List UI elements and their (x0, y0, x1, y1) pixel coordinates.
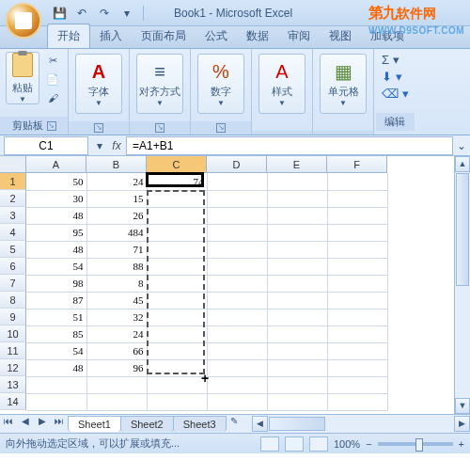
cell-B1[interactable]: 24 (86, 173, 147, 190)
cell-B7[interactable]: 8 (86, 275, 147, 292)
column-header-A[interactable]: A (26, 156, 86, 173)
sheet-tab-1[interactable]: Sheet1 (68, 416, 121, 432)
spreadsheet-grid[interactable]: 1234567891011121314 ABCDEF 5024743015482… (0, 156, 470, 414)
cell-B12[interactable]: 96 (86, 359, 147, 376)
alignment-button[interactable]: ≡ 对齐方式▼ (136, 54, 183, 114)
cell-C8[interactable] (147, 292, 207, 309)
zoom-slider[interactable] (378, 442, 453, 446)
scroll-thumb[interactable] (269, 417, 325, 431)
format-painter-icon[interactable]: 🖌 (43, 89, 62, 106)
tab-review[interactable]: 审阅 (278, 24, 320, 48)
row-header-13[interactable]: 13 (0, 376, 26, 393)
cell-E1[interactable] (267, 173, 327, 190)
tab-view[interactable]: 视图 (320, 24, 361, 48)
prev-sheet-icon[interactable]: ◀ (17, 416, 34, 433)
dialog-launcher-icon[interactable]: ↘ (216, 123, 226, 133)
cell-D5[interactable] (207, 241, 267, 258)
cell-E9[interactable] (267, 309, 327, 325)
cell-F6[interactable] (327, 258, 387, 275)
normal-view-icon[interactable] (260, 436, 279, 452)
dialog-launcher-icon[interactable]: ↘ (47, 121, 56, 131)
styles-button[interactable]: A 样式▼ (258, 54, 306, 114)
cell-C13[interactable] (147, 376, 207, 393)
vertical-scrollbar[interactable]: ▲ ▼ (454, 156, 470, 414)
scroll-thumb[interactable] (456, 173, 469, 286)
cell-A1[interactable]: 50 (26, 173, 86, 190)
cell-E6[interactable] (267, 258, 327, 275)
cut-icon[interactable]: ✂ (43, 52, 62, 69)
cell-A8[interactable]: 87 (26, 292, 86, 309)
cell-E11[interactable] (267, 342, 327, 359)
cell-B6[interactable]: 88 (86, 258, 147, 275)
cell-C5[interactable] (147, 241, 207, 258)
cell-E4[interactable] (267, 224, 327, 241)
row-header-12[interactable]: 12 (0, 359, 26, 376)
cell-D1[interactable] (207, 173, 267, 190)
dialog-launcher-icon[interactable]: ↘ (94, 123, 103, 133)
cell-A14[interactable] (26, 393, 86, 410)
cell-D9[interactable] (207, 309, 267, 325)
namebox-dropdown-icon[interactable]: ▾ (92, 139, 107, 152)
cell-E13[interactable] (267, 376, 327, 393)
row-header-14[interactable]: 14 (0, 393, 26, 410)
cell-C2[interactable] (147, 190, 207, 207)
cell-F12[interactable] (327, 359, 387, 376)
cell-C7[interactable] (147, 275, 207, 292)
zoom-out-icon[interactable]: − (366, 438, 371, 450)
font-button[interactable]: A 字体▼ (75, 54, 122, 114)
tab-data[interactable]: 数据 (237, 24, 278, 48)
zoom-level[interactable]: 100% (334, 438, 360, 450)
tab-insert[interactable]: 插入 (90, 24, 132, 48)
cell-D7[interactable] (207, 275, 267, 292)
cell-F5[interactable] (327, 241, 387, 258)
dialog-launcher-icon[interactable]: ↘ (155, 123, 164, 133)
cell-F9[interactable] (327, 309, 387, 325)
cell-D14[interactable] (207, 393, 267, 410)
cell-A10[interactable]: 85 (26, 325, 86, 342)
cell-E7[interactable] (267, 275, 327, 292)
fx-icon[interactable]: fx (107, 139, 126, 152)
horizontal-scrollbar[interactable]: ◀ ▶ (252, 416, 470, 432)
cell-C14[interactable] (147, 393, 207, 410)
column-header-F[interactable]: F (327, 156, 387, 173)
cell-F7[interactable] (327, 275, 387, 292)
row-header-5[interactable]: 5 (0, 241, 26, 258)
zoom-in-icon[interactable]: + (459, 438, 464, 450)
cell-D11[interactable] (207, 342, 267, 359)
cell-F14[interactable] (327, 393, 387, 410)
cell-F2[interactable] (327, 190, 387, 207)
row-header-2[interactable]: 2 (0, 190, 26, 207)
number-button[interactable]: % 数字▼ (197, 54, 244, 114)
cell-E10[interactable] (267, 325, 327, 342)
cell-D4[interactable] (207, 224, 267, 241)
autosum-icon[interactable]: Σ ▾ (382, 53, 400, 67)
cell-F13[interactable] (327, 376, 387, 393)
scroll-up-icon[interactable]: ▲ (455, 156, 470, 172)
row-header-4[interactable]: 4 (0, 224, 26, 241)
cell-A2[interactable]: 30 (26, 190, 86, 207)
cell-E8[interactable] (267, 292, 327, 309)
cell-C12[interactable] (147, 359, 207, 376)
cell-C1[interactable]: 74 (147, 173, 207, 190)
cell-F10[interactable] (327, 325, 387, 342)
formula-bar[interactable]: =A1+B1 (126, 136, 453, 155)
clear-icon[interactable]: ⌫ ▾ (382, 87, 409, 101)
cell-A7[interactable]: 98 (26, 275, 86, 292)
tab-page-layout[interactable]: 页面布局 (132, 24, 196, 48)
cell-A4[interactable]: 95 (26, 224, 86, 241)
cell-B11[interactable]: 66 (86, 342, 147, 359)
cell-A3[interactable]: 48 (26, 207, 86, 224)
copy-icon[interactable]: 📄 (43, 71, 62, 87)
row-header-7[interactable]: 7 (0, 275, 26, 292)
cell-A9[interactable]: 51 (26, 309, 86, 325)
column-header-D[interactable]: D (207, 156, 267, 173)
row-header-9[interactable]: 9 (0, 309, 26, 325)
tab-formulas[interactable]: 公式 (196, 24, 237, 48)
cell-B10[interactable]: 24 (86, 325, 147, 342)
cell-F8[interactable] (327, 292, 387, 309)
cell-D13[interactable] (207, 376, 267, 393)
cell-E2[interactable] (267, 190, 327, 207)
cell-D6[interactable] (207, 258, 267, 275)
sheet-tab-2[interactable]: Sheet2 (120, 416, 174, 432)
cell-A5[interactable]: 48 (26, 241, 86, 258)
